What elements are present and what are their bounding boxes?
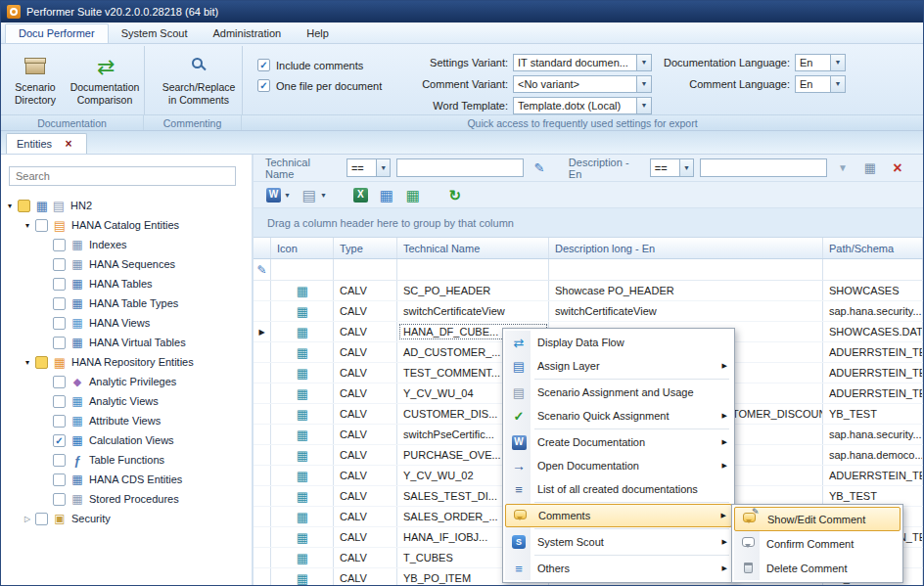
tree-checkbox[interactable] — [53, 337, 66, 349]
auto-filter-cell[interactable] — [549, 259, 823, 280]
tree-checkbox[interactable]: ✓ — [53, 434, 66, 447]
menu-item-scenario-assignment-and-usage[interactable]: ▤Scenario Assignment and Usage — [505, 381, 732, 404]
tree-checkbox[interactable] — [53, 454, 66, 467]
refresh-button[interactable]: ↻ — [444, 184, 466, 205]
comment-language-select[interactable]: En▼ — [795, 75, 846, 93]
ribbon-tab-system-scout[interactable]: System Scout — [109, 24, 201, 43]
documentation-comparison-button[interactable]: ⇄Documentation Comparison — [67, 47, 143, 115]
tree-checkbox[interactable] — [53, 297, 66, 310]
tree-checkbox[interactable] — [35, 356, 48, 369]
menu-item-create-documentation[interactable]: WCreate Documentation▶ — [505, 430, 732, 454]
table-export-button[interactable]: ▦ — [376, 184, 397, 205]
chevron-down-icon[interactable]: ▼ — [636, 76, 651, 92]
word-template-select[interactable]: Template.dotx (Local)▼ — [513, 97, 652, 114]
chevron-down-icon[interactable]: ▼ — [830, 76, 845, 92]
auto-filter-cell[interactable] — [334, 259, 397, 280]
ribbon-tab-administration[interactable]: Administration — [201, 24, 295, 43]
table-row[interactable]: ▦CALVswitchCertificateViewswitchCertific… — [254, 301, 923, 322]
tree-item-hana-views[interactable]: ▦HANA Views — [1, 313, 252, 333]
tree-checkbox[interactable] — [53, 473, 66, 486]
menu-item-others[interactable]: ≡Others▶ — [505, 557, 732, 580]
comment-variant-select[interactable]: <No variant>▼ — [513, 75, 652, 93]
tree-checkbox[interactable] — [53, 415, 66, 428]
grid-auto-filter-row[interactable]: ✎ — [254, 259, 923, 281]
tree-item-calculation-views[interactable]: ✓▦Calculation Views — [1, 430, 252, 450]
tree-expand-icon[interactable]: ▾ — [21, 221, 34, 230]
tree-item-hana-virtual-tables[interactable]: ▦HANA Virtual Tables — [1, 333, 252, 352]
tree-item-stored-procedures[interactable]: ▦Stored Procedures — [1, 489, 252, 509]
tree-checkbox[interactable] — [53, 278, 66, 291]
chevron-down-icon[interactable]: ▼ — [679, 159, 693, 176]
funnel-button[interactable]: ▼ — [833, 158, 853, 178]
search-input[interactable] — [9, 166, 236, 186]
tree-item-hana-table-types[interactable]: ▦HANA Table Types — [1, 293, 252, 313]
table-import-button[interactable]: ▦ — [402, 184, 424, 205]
filter-edit-button[interactable]: ✎ — [530, 158, 549, 178]
submenu-item-confirm-comment[interactable]: Confirm Comment — [734, 531, 901, 556]
include-comments-checkbox[interactable]: ✓Include comments — [257, 55, 382, 75]
grid-filter-button[interactable]: ▦ — [860, 158, 880, 178]
chevron-down-icon[interactable]: ▼ — [636, 55, 651, 70]
chevron-down-icon[interactable]: ▼ — [376, 159, 390, 176]
clear-filter-button[interactable]: × — [888, 158, 907, 178]
word-export-button[interactable]: W▼ — [263, 184, 294, 205]
tree-item-analytic-views[interactable]: ▦Analytic Views — [1, 391, 252, 411]
tree-item-hana-tables[interactable]: ▦HANA Tables — [1, 274, 252, 293]
menu-item-scenario-quick-assignment[interactable]: ✓Scenario Quick Assignment▶ — [505, 404, 732, 428]
auto-filter-cell[interactable] — [271, 259, 334, 280]
tree-expand-icon[interactable]: ▷ — [21, 515, 34, 523]
tree-checkbox[interactable] — [35, 219, 48, 232]
tree-item-hn2[interactable]: ▾▦▤HN2 — [1, 196, 252, 215]
excel-export-button[interactable]: X — [350, 184, 371, 205]
template-button[interactable]: ▤▼ — [299, 184, 330, 205]
tree-checkbox[interactable] — [35, 513, 48, 525]
tab-entities[interactable]: Entities× — [6, 133, 87, 154]
menu-item-system-scout[interactable]: SSystem Scout▶ — [505, 530, 732, 554]
tree-checkbox[interactable] — [53, 376, 66, 388]
auto-filter-cell[interactable] — [823, 259, 923, 280]
tree-item-hana-sequences[interactable]: ▦HANA Sequences — [1, 254, 252, 274]
menu-item-comments[interactable]: Comments▶ — [505, 504, 732, 527]
tree-expand-icon[interactable]: ▾ — [3, 202, 17, 210]
scenario-directory-button[interactable]: Scenario Directory — [4, 47, 67, 115]
tree-expand-icon[interactable]: ▾ — [21, 358, 34, 367]
tree-item-table-functions[interactable]: ƒTable Functions — [1, 450, 252, 470]
menu-item-open-documentation[interactable]: →Open Documentation▶ — [505, 454, 732, 477]
documentation-language-select[interactable]: En▼ — [795, 54, 846, 71]
tab-close-icon[interactable]: × — [61, 136, 76, 152]
tree-item-indexes[interactable]: ▦Indexes — [1, 235, 252, 254]
tree-item-security[interactable]: ▷▣Security — [1, 509, 252, 528]
tree-item-hana-catalog-entities[interactable]: ▾▤HANA Catalog Entities — [1, 215, 252, 235]
one-file-per-document-checkbox[interactable]: ✓One file per document — [257, 75, 382, 96]
tree-item-attribute-views[interactable]: ▦Attribute Views — [1, 411, 252, 430]
chevron-down-icon[interactable]: ▼ — [830, 55, 845, 70]
column-header-description-long-en[interactable]: Description long - En — [549, 238, 823, 258]
menu-item-list-of-all-created-documentations[interactable]: ≡List of all created documentations — [505, 477, 732, 501]
filter-operator-technical-name[interactable]: ==▼ — [346, 158, 391, 177]
filter-operator-description-en[interactable]: ==▼ — [650, 158, 694, 177]
ribbon-tab-docu-performer[interactable]: Docu Performer — [5, 23, 109, 43]
column-header-type[interactable]: Type — [334, 238, 397, 258]
chevron-down-icon[interactable]: ▼ — [636, 98, 651, 113]
tree-item-hana-cds-entities[interactable]: ▦HANA CDS Entities — [1, 470, 252, 489]
submenu-item-show-edit-comment[interactable]: Show/Edit Comment — [734, 507, 901, 531]
menu-item-assign-layer[interactable]: ▤Assign Layer▶ — [505, 354, 732, 378]
tree-checkbox[interactable] — [53, 493, 66, 506]
auto-filter-cell[interactable] — [397, 259, 549, 280]
table-row[interactable]: ▦CALVSC_PO_HEADERShowcase PO_HEADERSHOWC… — [254, 281, 923, 301]
column-header-icon[interactable]: Icon — [271, 238, 334, 258]
tree-checkbox[interactable] — [53, 258, 66, 271]
menu-item-display-data-flow[interactable]: ⇄Display Data Flow — [505, 331, 732, 354]
settings-variant-select[interactable]: IT standard documen...▼ — [513, 54, 652, 71]
tree-item-analytic-privileges[interactable]: ◆Analytic Privileges — [1, 372, 252, 391]
tree-checkbox[interactable] — [18, 200, 30, 212]
filter-input-description-en[interactable] — [700, 158, 827, 177]
submenu-item-delete-comment[interactable]: Delete Comment — [734, 556, 901, 580]
ribbon-tab-help[interactable]: Help — [294, 24, 342, 43]
search-replace-in-comments-button[interactable]: Search/Replace in Comments — [157, 47, 241, 115]
column-header-technical-name[interactable]: Technical Name — [397, 238, 549, 258]
tree-item-hana-repository-entities[interactable]: ▾▦HANA Repository Entities — [1, 352, 252, 372]
column-header-path-schema[interactable]: Path/Schema — [823, 238, 923, 258]
tree-checkbox[interactable] — [53, 395, 66, 408]
tree-checkbox[interactable] — [53, 317, 66, 330]
